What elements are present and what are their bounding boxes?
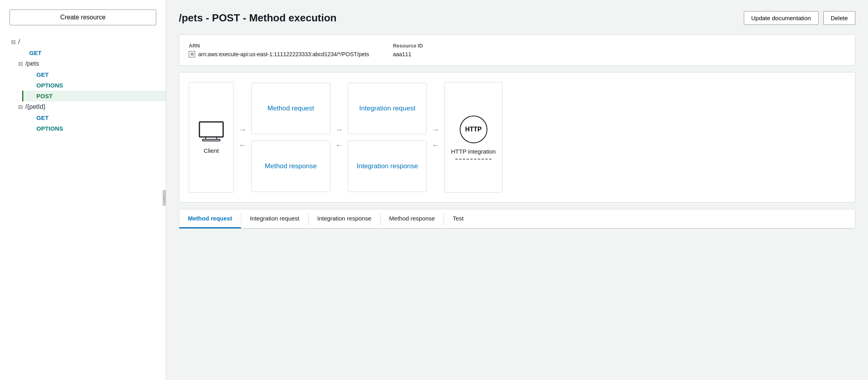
- arrow-right-2: →: [335, 125, 343, 134]
- http-dashed-line: [455, 159, 491, 160]
- minus-square-icon-petid: ⊟: [18, 104, 23, 110]
- tree-method-petid-options[interactable]: OPTIONS: [22, 123, 166, 134]
- integration-response-link[interactable]: Integration response: [357, 162, 418, 170]
- resource-id-value: aaa111: [393, 51, 423, 57]
- copy-icon[interactable]: ⧉: [189, 51, 195, 57]
- page-title: /pets - POST - Method execution: [179, 12, 337, 24]
- client-icon: [199, 121, 224, 143]
- tree-method-pets-post[interactable]: POST: [22, 91, 166, 101]
- minus-square-icon-pets: ⊟: [18, 61, 23, 67]
- arrow-left-3: ←: [432, 141, 440, 150]
- tree-method-pets-options[interactable]: OPTIONS: [22, 80, 166, 91]
- arrow-left-2: ←: [335, 141, 343, 150]
- resource-id-field: Resource ID aaa111: [393, 43, 423, 57]
- client-label: Client: [204, 147, 219, 154]
- http-circle: HTTP: [460, 116, 487, 143]
- client-arrows: → ←: [234, 125, 251, 150]
- tree-item-petid[interactable]: ⊟ /{petId}: [15, 101, 166, 112]
- integration-response-box[interactable]: Integration response: [348, 141, 427, 192]
- arrow-right-3: →: [432, 125, 440, 134]
- tab-test[interactable]: Test: [444, 209, 472, 228]
- tab-integration-response[interactable]: Integration response: [309, 209, 380, 228]
- method-column: Method request Method response: [251, 83, 330, 192]
- arn-row: ⧉ arn:aws:execute-api:us-east-1:11112222…: [189, 51, 369, 57]
- method-response-box[interactable]: Method response: [251, 141, 330, 192]
- tree-petid-label: /{petId}: [25, 103, 45, 110]
- tree-petid-children: GET OPTIONS: [15, 112, 166, 134]
- tree-method-petid-get[interactable]: GET: [22, 112, 166, 123]
- tabs-bar: Method request Integration request Integ…: [179, 209, 855, 228]
- http-label: HTTP integration: [451, 147, 496, 156]
- svg-rect-2: [203, 139, 220, 141]
- arrow-right-1: →: [239, 125, 246, 134]
- sidebar: Create resource ⊟ / GET ⊟ /pets GET OPTI…: [0, 0, 166, 380]
- header-buttons: Update documentation Delete: [744, 11, 855, 25]
- http-integration-box[interactable]: HTTP HTTP integration: [444, 82, 502, 193]
- tree-method-root-get[interactable]: GET: [15, 48, 166, 58]
- tab-integration-request[interactable]: Integration request: [241, 209, 308, 228]
- tab-method-request[interactable]: Method request: [179, 209, 241, 228]
- method-response-link[interactable]: Method response: [265, 162, 316, 170]
- client-box: Client: [189, 82, 234, 193]
- sidebar-drag-handle[interactable]: │: [163, 190, 166, 206]
- tabs-panel: Method request Integration request Integ…: [179, 209, 855, 229]
- tree-root-children: GET ⊟ /pets GET OPTIONS POST ⊟ /{petId} …: [8, 48, 166, 134]
- delete-button[interactable]: Delete: [823, 11, 855, 25]
- tree-root-label: /: [18, 38, 20, 46]
- method-integration-arrows: → ←: [330, 125, 348, 150]
- diagram: Client → ← Method request Method respons…: [189, 82, 845, 193]
- tree-item-pets[interactable]: ⊟ /pets: [15, 58, 166, 69]
- arn-label: ARN: [189, 43, 369, 49]
- method-request-box[interactable]: Method request: [251, 83, 330, 134]
- method-request-link[interactable]: Method request: [267, 104, 314, 112]
- create-resource-button[interactable]: Create resource: [9, 10, 156, 25]
- integration-column: Integration request Integration response: [348, 83, 427, 192]
- svg-rect-0: [199, 122, 223, 137]
- main-content: /pets - POST - Method execution Update d…: [166, 0, 868, 380]
- tree-pets-label: /pets: [25, 60, 39, 67]
- minus-square-icon: ⊟: [11, 39, 16, 45]
- update-documentation-button[interactable]: Update documentation: [744, 11, 819, 25]
- arrow-left-1: ←: [239, 141, 246, 150]
- integration-request-box[interactable]: Integration request: [348, 83, 427, 134]
- execution-diagram-panel: Client → ← Method request Method respons…: [179, 72, 855, 203]
- tab-method-response[interactable]: Method response: [381, 209, 444, 228]
- integration-http-arrows: → ←: [427, 125, 444, 150]
- resource-tree: ⊟ / GET ⊟ /pets GET OPTIONS POST ⊟ /{pet…: [0, 36, 166, 380]
- integration-request-link[interactable]: Integration request: [359, 104, 415, 112]
- resource-id-label: Resource ID: [393, 43, 423, 49]
- tree-item-root[interactable]: ⊟ /: [8, 36, 166, 48]
- info-panel: ARN ⧉ arn:aws:execute-api:us-east-1:1111…: [179, 34, 855, 66]
- tree-method-pets-get[interactable]: GET: [22, 69, 166, 80]
- page-header: /pets - POST - Method execution Update d…: [179, 11, 855, 25]
- arn-value: arn:aws:execute-api:us-east-1:1111222233…: [198, 51, 369, 57]
- arn-field: ARN ⧉ arn:aws:execute-api:us-east-1:1111…: [189, 43, 369, 57]
- tree-pets-children: GET OPTIONS POST: [15, 69, 166, 101]
